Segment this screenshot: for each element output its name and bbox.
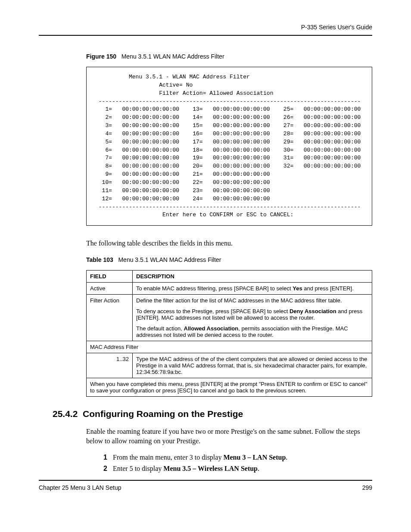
- step-item: 2 Enter 5 to display Menu 3.5 – Wireless…: [103, 465, 372, 473]
- step-number: 1: [103, 454, 111, 461]
- page-footer: Chapter 25 Menu 3 LAN Setup 299: [39, 480, 372, 491]
- table-title: Menu 3.5.1 WLAN MAC Address Filter: [118, 256, 221, 263]
- section-number: 25.4.2: [53, 409, 78, 419]
- desc-cell: To enable MAC address filtering, press […: [133, 282, 372, 294]
- footer-cell: When you have completed this menu, press…: [87, 378, 372, 396]
- field-cell: Active: [87, 282, 133, 294]
- table-number: Table 103: [86, 256, 113, 263]
- figure-title: Menu 3.5.1 WLAN MAC Address Filter: [121, 53, 224, 60]
- desc-cell: Define the filter action for the list of…: [133, 294, 372, 341]
- footer-page-number: 299: [362, 484, 372, 491]
- step-list: 1 From the main menu, enter 3 to display…: [103, 454, 372, 473]
- col-description: DESCRIPTION: [133, 270, 372, 282]
- table-row: Filter Action Define the filter action f…: [87, 294, 372, 341]
- table-row: MAC Address Filter: [87, 341, 372, 353]
- terminal-figure: Menu 3.5.1 - WLAN MAC Address Filter Act…: [86, 67, 372, 226]
- step-item: 1 From the main menu, enter 3 to display…: [103, 454, 372, 461]
- field-cell: 1..32: [87, 353, 133, 378]
- header-rule: [39, 35, 372, 36]
- table-caption: Table 103 Menu 3.5.1 WLAN MAC Address Fi…: [86, 256, 372, 263]
- col-field: FIELD: [87, 270, 133, 282]
- section-heading: 25.4.2 Configuring Roaming on the Presti…: [53, 409, 372, 419]
- running-header: P-335 Series User's Guide: [39, 24, 372, 35]
- desc-cell: Type the MAC address of the of the clien…: [133, 353, 372, 378]
- table-row: When you have completed this menu, press…: [87, 378, 372, 396]
- page: P-335 Series User's Guide Figure 150 Men…: [0, 0, 411, 502]
- section-title: Configuring Roaming on the Prestige: [83, 409, 243, 419]
- table-row: 1..32 Type the MAC address of the of the…: [87, 353, 372, 378]
- description-table: FIELD DESCRIPTION Active To enable MAC a…: [86, 270, 372, 397]
- table-header-row: FIELD DESCRIPTION: [87, 270, 372, 282]
- section-intro: Enable the roaming feature if you have t…: [86, 427, 372, 446]
- table-row: Active To enable MAC address filtering, …: [87, 282, 372, 294]
- step-number: 2: [103, 465, 111, 473]
- field-cell: Filter Action: [87, 294, 133, 341]
- figure-caption: Figure 150 Menu 3.5.1 WLAN MAC Address F…: [86, 53, 372, 60]
- intro-sentence: The following table describes the fields…: [86, 239, 372, 248]
- terminal-screen: Menu 3.5.1 - WLAN MAC Address Filter Act…: [86, 67, 372, 226]
- figure-number: Figure 150: [86, 53, 116, 60]
- footer-chapter: Chapter 25 Menu 3 LAN Setup: [39, 484, 121, 491]
- section-cell: MAC Address Filter: [87, 341, 372, 353]
